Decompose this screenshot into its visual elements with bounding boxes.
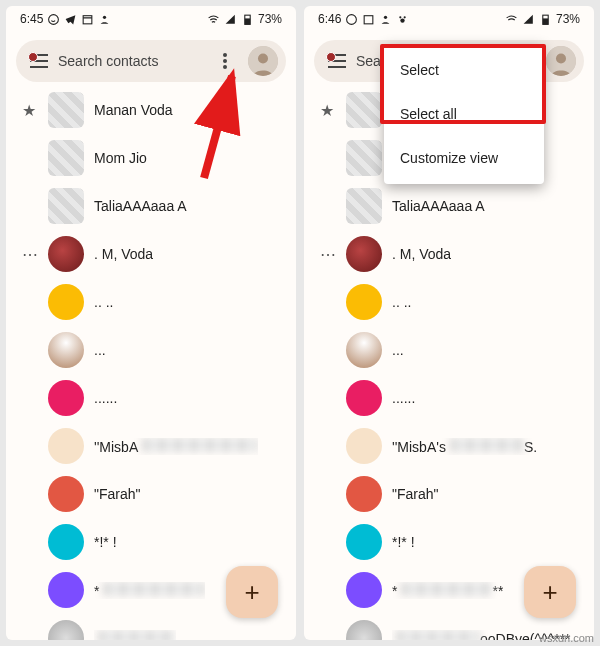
more-vert-icon (223, 53, 227, 69)
redacted-text (98, 630, 176, 641)
contact-avatar (48, 524, 84, 560)
search-placeholder: Search contacts (58, 53, 202, 69)
contact-row[interactable]: *!* ! (310, 518, 588, 566)
wifi-icon (207, 13, 220, 26)
contact-avatar (48, 428, 84, 464)
calendar-icon (81, 13, 94, 26)
contact-name (94, 630, 176, 641)
contact-avatar (48, 236, 84, 272)
contact-avatar (346, 620, 382, 640)
star-icon: ★ (20, 101, 38, 120)
contact-row[interactable]: "Farah" (12, 470, 290, 518)
calendar-icon (362, 13, 375, 26)
row-ellipsis-icon: ⋯ (318, 245, 336, 264)
hamburger-icon[interactable] (328, 54, 346, 68)
contact-row[interactable]: TaliaAAAaaa A (12, 182, 290, 230)
contact-avatar (346, 476, 382, 512)
more-options-button[interactable] (212, 48, 238, 74)
contact-row[interactable]: ... (12, 326, 290, 374)
watermark: wsxdn.com (539, 632, 594, 644)
contact-name-tail: ** (492, 583, 503, 599)
contact-name: ... (94, 342, 106, 358)
menu-item-customize-view[interactable]: Customize view (384, 136, 544, 180)
add-contact-fab[interactable]: + (226, 566, 278, 618)
contact-avatar (346, 380, 382, 416)
contacts-list: ★Manan VodaMom JioTaliaAAAaaa A⋯. M, Vod… (6, 86, 296, 640)
status-bar: 6:45 73% (6, 6, 296, 32)
contact-avatar (346, 572, 382, 608)
contact-row[interactable]: "Farah" (310, 470, 588, 518)
contact-avatar (346, 236, 382, 272)
contact-row[interactable]: .. .. (12, 278, 290, 326)
contact-avatar (48, 572, 84, 608)
contact-row[interactable]: ⋯. M, Voda (310, 230, 588, 278)
contact-row[interactable]: Mom Jio (12, 134, 290, 182)
svg-point-20 (556, 54, 566, 64)
contact-avatar (346, 428, 382, 464)
contact-name: Manan Voda (94, 102, 173, 118)
contact-name: ...... (392, 390, 415, 406)
contact-name: Mom Jio (94, 150, 147, 166)
contact-avatar (48, 284, 84, 320)
contact-row[interactable]: ★Manan Voda (12, 86, 290, 134)
signal-icon (522, 13, 535, 26)
plus-icon: + (244, 577, 259, 608)
contact-name: *** (392, 582, 503, 599)
svg-point-3 (103, 15, 106, 18)
contact-name: TaliaAAAaaa A (94, 198, 187, 214)
svg-point-15 (404, 16, 406, 18)
contact-row[interactable]: .. .. (310, 278, 588, 326)
account-avatar[interactable] (248, 46, 278, 76)
contact-name: ...... (94, 390, 117, 406)
overflow-menu: Select Select all Customize view (384, 44, 544, 184)
contact-row[interactable]: ...... (310, 374, 588, 422)
contact-name: . M, Voda (392, 246, 451, 262)
contact-name: "Farah" (392, 486, 439, 502)
redacted-text (401, 582, 492, 596)
status-battery: 73% (556, 12, 580, 26)
status-bar: 6:46 73% (304, 6, 594, 32)
contact-row[interactable]: ''MisbA (12, 422, 290, 470)
svg-point-13 (384, 15, 387, 18)
svg-point-8 (223, 65, 227, 69)
contact-avatar (48, 476, 84, 512)
contact-name: . M, Voda (94, 246, 153, 262)
contact-row[interactable]: ⋯. M, Voda (12, 230, 290, 278)
svg-point-0 (49, 14, 59, 24)
status-time: 6:45 (20, 12, 43, 26)
svg-rect-18 (543, 18, 548, 24)
contact-row[interactable]: *!* ! (12, 518, 290, 566)
contact-name: .. .. (392, 294, 411, 310)
menu-item-select-all[interactable]: Select all (384, 92, 544, 136)
contact-avatar (48, 380, 84, 416)
redacted-text (142, 438, 258, 452)
contact-name: TaliaAAAaaa A (392, 198, 485, 214)
hamburger-icon[interactable] (30, 54, 48, 68)
contact-name: ''MisbA'sS. (392, 438, 537, 455)
contact-avatar (48, 620, 84, 640)
add-contact-fab[interactable]: + (524, 566, 576, 618)
status-time: 6:46 (318, 12, 341, 26)
svg-rect-12 (365, 15, 374, 23)
star-icon: ★ (318, 101, 336, 120)
contact-name: "Farah" (94, 486, 141, 502)
whatsapp-icon (345, 13, 358, 26)
contact-row[interactable]: ...... (12, 374, 290, 422)
contact-avatar (48, 332, 84, 368)
svg-point-14 (400, 16, 402, 18)
contact-avatar (346, 188, 382, 224)
contact-name: ... (392, 342, 404, 358)
search-bar[interactable]: Search contacts (16, 40, 286, 82)
contact-name: .. .. (94, 294, 113, 310)
contact-avatar (346, 284, 382, 320)
contact-avatar (48, 92, 84, 128)
redacted-text (396, 630, 480, 641)
contact-row[interactable]: ... (310, 326, 588, 374)
contact-row[interactable]: TaliaAAAaaa A (310, 182, 588, 230)
contact-row[interactable]: ''MisbA'sS. (310, 422, 588, 470)
contact-avatar (48, 188, 84, 224)
redacted-text (103, 582, 205, 596)
svg-rect-5 (245, 18, 250, 24)
menu-item-select[interactable]: Select (384, 48, 544, 92)
account-avatar[interactable] (546, 46, 576, 76)
